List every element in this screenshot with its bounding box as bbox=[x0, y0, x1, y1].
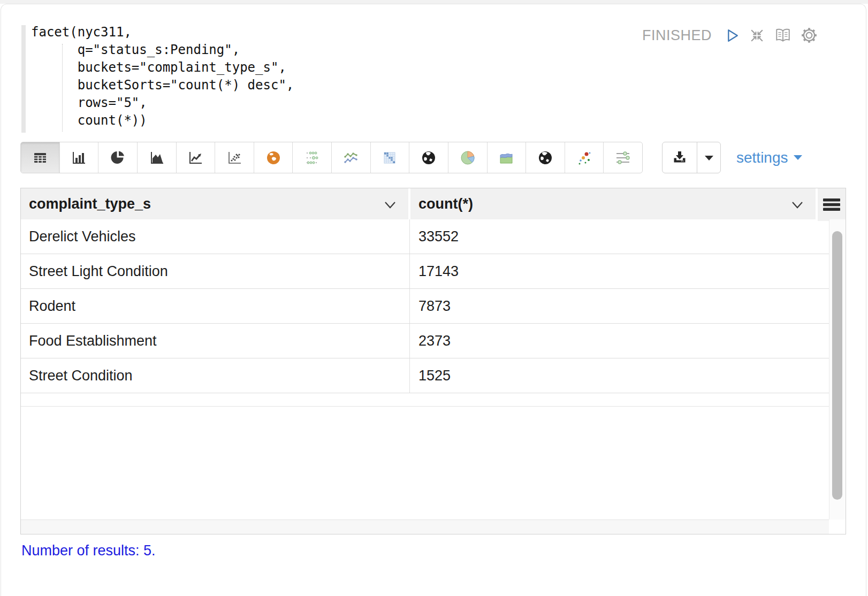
chart-type-bubble-scatter[interactable] bbox=[565, 142, 604, 173]
chart-type-line[interactable] bbox=[177, 142, 216, 173]
chevron-down-icon[interactable] bbox=[384, 201, 397, 209]
run-button[interactable] bbox=[724, 27, 740, 44]
bubble-scatter-icon bbox=[576, 150, 592, 166]
dot-matrix-icon bbox=[304, 150, 320, 166]
globe-dark-icon bbox=[421, 150, 437, 166]
download-split-button bbox=[662, 142, 721, 173]
result-table: complaint_type_s count(*) Derelict Vehic… bbox=[20, 188, 846, 534]
cell-count: 2373 bbox=[410, 324, 829, 358]
cell-complaint-type: Street Light Condition bbox=[21, 254, 410, 288]
cell-count: 1525 bbox=[410, 358, 829, 393]
cell-complaint-type: Derelict Vehicles bbox=[21, 219, 410, 254]
bar-chart-icon bbox=[71, 150, 87, 166]
table-menu-button[interactable] bbox=[818, 188, 846, 221]
multi-line-chart-icon bbox=[343, 150, 359, 166]
chart-type-multi-line[interactable] bbox=[332, 142, 371, 173]
pie-chart-icon bbox=[110, 150, 126, 166]
chart-type-heatmap[interactable] bbox=[371, 142, 410, 173]
column-header-complaint-type[interactable]: complaint_type_s bbox=[21, 188, 408, 219]
chart-type-pie[interactable] bbox=[98, 142, 138, 173]
chart-type-area[interactable] bbox=[138, 142, 177, 173]
paragraph-controls: FINISHED bbox=[642, 26, 818, 45]
zeppelin-paragraph: facet(nyc311, q="status_s:Pending", buck… bbox=[0, 0, 868, 596]
caret-down-icon bbox=[793, 154, 803, 161]
settings-toggle[interactable]: settings bbox=[736, 142, 803, 173]
table-body-divider bbox=[21, 406, 829, 407]
cell-count: 17143 bbox=[410, 254, 829, 288]
table-icon bbox=[32, 150, 48, 166]
caret-down-icon bbox=[703, 154, 715, 162]
cell-complaint-type: Food Establishment bbox=[21, 324, 410, 358]
chart-type-parallel-coordinates[interactable] bbox=[604, 142, 642, 173]
cell-count: 7873 bbox=[410, 289, 829, 323]
settings-gear-button[interactable] bbox=[801, 27, 818, 44]
editor-gutter bbox=[21, 25, 26, 133]
chart-type-table[interactable] bbox=[21, 142, 60, 173]
table-row: Street Condition 1525 bbox=[21, 358, 829, 393]
scatter-plot-icon bbox=[226, 150, 242, 166]
collapse-button[interactable] bbox=[749, 27, 765, 44]
chart-type-globe-1[interactable] bbox=[409, 142, 448, 173]
chart-type-pie-pastel[interactable] bbox=[448, 142, 488, 173]
cell-complaint-type: Street Condition bbox=[21, 358, 410, 393]
column-header-label: complaint_type_s bbox=[21, 188, 408, 219]
line-chart-icon bbox=[187, 150, 203, 166]
status-badge: FINISHED bbox=[642, 27, 712, 44]
table-row: Rodent 7873 bbox=[21, 289, 829, 324]
pie-pastel-icon bbox=[460, 150, 476, 166]
cell-count: 33552 bbox=[410, 219, 829, 254]
map-globe-orange-icon bbox=[265, 150, 281, 166]
heatmap-icon bbox=[382, 150, 398, 166]
download-icon bbox=[672, 150, 688, 166]
chart-type-globe-2[interactable] bbox=[526, 142, 565, 173]
area-chart-icon bbox=[149, 150, 165, 166]
settings-label: settings bbox=[736, 149, 788, 166]
cell-complaint-type: Rodent bbox=[21, 289, 410, 323]
chevron-down-icon[interactable] bbox=[791, 201, 804, 209]
download-button[interactable] bbox=[663, 142, 697, 173]
table-scrollbar-thumb[interactable] bbox=[832, 231, 842, 500]
chart-type-dot-matrix[interactable] bbox=[293, 142, 332, 173]
column-header-count[interactable]: count(*) bbox=[410, 188, 816, 219]
show-editor-button[interactable] bbox=[774, 27, 792, 44]
table-footer-strip bbox=[21, 519, 829, 534]
chart-type-bar[interactable] bbox=[60, 142, 99, 173]
table-row: Derelict Vehicles 33552 bbox=[21, 219, 829, 254]
gear-icon bbox=[801, 27, 818, 44]
book-icon bbox=[774, 27, 792, 44]
chart-type-toolbar bbox=[20, 142, 643, 173]
results-count-text: Number of results: 5. bbox=[21, 542, 156, 559]
globe-dark-2-icon bbox=[537, 150, 553, 166]
column-header-label: count(*) bbox=[410, 188, 816, 219]
compress-icon bbox=[749, 27, 765, 44]
download-options-button[interactable] bbox=[697, 142, 720, 173]
chart-type-scatter[interactable] bbox=[215, 142, 254, 173]
play-icon bbox=[724, 27, 740, 44]
page-top-strip bbox=[0, 0, 868, 4]
hamburger-icon bbox=[822, 197, 841, 212]
table-body: Derelict Vehicles 33552 Street Light Con… bbox=[21, 219, 829, 393]
table-row: Food Establishment 2373 bbox=[21, 324, 829, 358]
table-row: Street Light Condition 17143 bbox=[21, 254, 829, 289]
code-editor[interactable]: facet(nyc311, q="status_s:Pending", buck… bbox=[31, 24, 294, 129]
chart-type-map[interactable] bbox=[254, 142, 293, 173]
parallel-coordinates-icon bbox=[615, 150, 631, 166]
chart-type-area-pastel[interactable] bbox=[488, 142, 527, 173]
area-pastel-icon bbox=[498, 150, 514, 166]
